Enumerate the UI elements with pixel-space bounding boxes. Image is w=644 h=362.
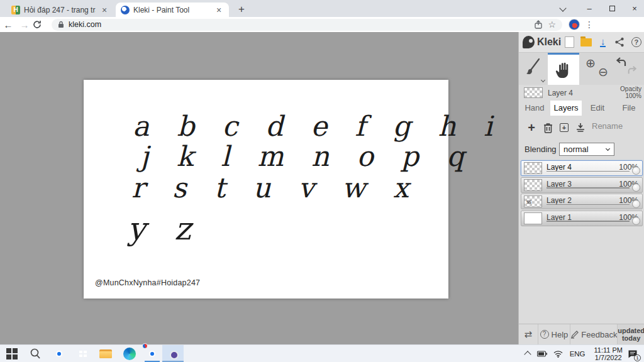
- current-layer-name: Layer 4: [548, 89, 573, 97]
- tab-file[interactable]: File: [613, 101, 644, 116]
- new-image-icon[interactable]: [561, 36, 578, 48]
- window-maximize-button[interactable]: [601, 1, 623, 15]
- hand-tool-button[interactable]: [548, 53, 579, 85]
- hand-icon: [555, 60, 572, 79]
- alphabet-row-4: y z: [128, 211, 195, 247]
- chrome-badge: [142, 343, 148, 349]
- duplicate-layer-icon[interactable]: +: [557, 120, 572, 135]
- opacity-readout: Opacity 100%: [620, 86, 641, 99]
- kleki-sidebar: Kleki ↓ ? ⊕ ⊖ Layer 4 Opacity 100%: [518, 32, 644, 344]
- opacity-slider-track: [547, 221, 630, 222]
- drawing-canvas[interactable]: a b c d e f g h i j k l m n o p q r s t …: [84, 80, 448, 299]
- zoom-out-icon[interactable]: ⊖: [598, 66, 608, 78]
- layer-thumbnail: [524, 162, 542, 174]
- brush-tool-icon[interactable]: [524, 58, 543, 79]
- opacity-slider-knob[interactable]: [632, 167, 640, 175]
- zoom-in-icon[interactable]: ⊕: [586, 57, 596, 69]
- sidebar-tabs: Hand Layers Edit File: [519, 101, 644, 116]
- open-file-icon[interactable]: [578, 38, 595, 47]
- tab-close-icon[interactable]: ×: [99, 5, 109, 15]
- pencil-icon: [570, 331, 579, 339]
- brush-options-chevron-icon[interactable]: [541, 73, 545, 84]
- new-tab-button[interactable]: +: [234, 3, 249, 17]
- start-button-icon[interactable]: [6, 348, 19, 360]
- tab-title: Hỏi đáp 247 - trang tra loi: [24, 6, 96, 14]
- opacity-slider-knob[interactable]: [632, 184, 640, 192]
- alphabet-row-1: a b c d e f g h i: [133, 110, 497, 142]
- hidden-icons-chevron-icon[interactable]: [525, 348, 530, 359]
- browser-menu-icon[interactable]: ⋮: [585, 19, 594, 30]
- layer-thumbnail: [524, 179, 542, 191]
- window-minimize-button[interactable]: –: [579, 1, 600, 15]
- current-layer-thumbnail: [524, 87, 543, 98]
- notification-center-icon[interactable]: 1: [628, 349, 638, 359]
- layer-row-3[interactable]: Layer 3 100%: [521, 177, 643, 193]
- share-icon[interactable]: [534, 20, 543, 29]
- redo-icon[interactable]: [627, 65, 637, 75]
- layer-row-1[interactable]: Layer 1 100%: [521, 211, 643, 226]
- url-field[interactable]: kleki.com ☆: [52, 19, 562, 31]
- rename-button[interactable]: Rename: [592, 121, 623, 131]
- opacity-slider-knob[interactable]: [632, 200, 640, 208]
- alphabet-row-2: j k l m n o p q: [140, 140, 469, 172]
- alphabet-row-3: r s t u v w x: [131, 172, 413, 204]
- hoidap-favicon: H: [11, 6, 20, 14]
- undo-icon[interactable]: [616, 57, 627, 68]
- blending-dropdown[interactable]: normal: [559, 143, 614, 156]
- battery-icon[interactable]: [537, 351, 547, 357]
- help-button[interactable]: ? Help: [538, 330, 570, 339]
- feedback-button[interactable]: Feedback: [570, 330, 617, 339]
- reload-icon[interactable]: [33, 20, 49, 29]
- tab-hand[interactable]: Hand: [519, 101, 550, 116]
- taskbar-search-icon[interactable]: [29, 348, 42, 360]
- merge-layer-icon[interactable]: [573, 120, 588, 135]
- opacity-slider-track: [547, 204, 630, 206]
- brand-name: Kleki: [537, 36, 561, 48]
- layer-thumbnail: ss: [524, 195, 542, 207]
- swap-ui-icon[interactable]: ⇄: [519, 329, 538, 340]
- blending-row: Blending normal: [519, 143, 644, 156]
- sidebar-footer: ⇄ ? Help Feedback updated today: [519, 324, 644, 344]
- paint-workspace[interactable]: a b c d e f g h i j k l m n o p q r s t …: [0, 32, 518, 344]
- language-indicator[interactable]: ENG: [570, 350, 586, 358]
- tab-hoidap247[interactable]: H Hỏi đáp 247 - trang tra loi ×: [6, 3, 114, 17]
- tab-title: Kleki - Paint Tool: [133, 6, 210, 14]
- tab-search-icon[interactable]: [552, 1, 574, 15]
- edge-icon[interactable]: [123, 348, 136, 360]
- bookmark-star-icon[interactable]: ☆: [548, 19, 556, 30]
- share-nodes-icon[interactable]: [611, 37, 628, 47]
- notification-badge: 1: [634, 354, 641, 361]
- window-close-button[interactable]: ×: [624, 1, 644, 15]
- back-icon[interactable]: ←: [0, 19, 16, 30]
- updated-status: updated today: [618, 324, 644, 345]
- delete-layer-icon[interactable]: [540, 120, 555, 135]
- lock-icon: [58, 21, 64, 28]
- forward-icon[interactable]: →: [16, 19, 33, 30]
- opacity-slider-track: [547, 171, 630, 172]
- opacity-slider-track: [547, 187, 630, 189]
- layer-row-4[interactable]: Layer 4 100%: [521, 160, 643, 176]
- watermark-text: @MunChxNynha#Hoidap247: [95, 278, 200, 287]
- wifi-icon[interactable]: [553, 351, 563, 358]
- kleki-favicon: [121, 6, 130, 14]
- tool-strip: ⊕ ⊖: [519, 53, 644, 85]
- tab-kleki[interactable]: Kleki - Paint Tool ×: [116, 3, 229, 17]
- layer-row-2[interactable]: ss Layer 2 100%: [521, 194, 643, 209]
- browser-tab-bar: H Hỏi đáp 247 - trang tra loi × Kleki - …: [0, 0, 644, 17]
- browser-address-bar: ← → kleki.com ☆ ⋮: [0, 17, 644, 32]
- layer-actions: + + Rename: [519, 120, 644, 136]
- url-text: kleki.com: [69, 20, 529, 29]
- current-layer-bar: Layer 4 Opacity 100%: [519, 85, 644, 101]
- clock[interactable]: 11:11 PM 1/7/2022: [594, 346, 623, 361]
- profile-avatar[interactable]: [569, 19, 580, 30]
- tab-edit[interactable]: Edit: [582, 101, 613, 116]
- tab-layers[interactable]: Layers: [550, 101, 582, 116]
- opacity-slider-knob[interactable]: [632, 217, 640, 225]
- add-layer-icon[interactable]: +: [524, 120, 539, 135]
- help-icon[interactable]: ?: [628, 37, 644, 47]
- save-download-icon[interactable]: ↓: [594, 37, 611, 47]
- kleki-logo-icon: [523, 36, 535, 48]
- tab-close-icon[interactable]: ×: [214, 5, 224, 15]
- windows-taskbar: ENG 11:11 PM 1/7/2022 1: [0, 344, 644, 362]
- layer-thumbnail: [524, 212, 542, 224]
